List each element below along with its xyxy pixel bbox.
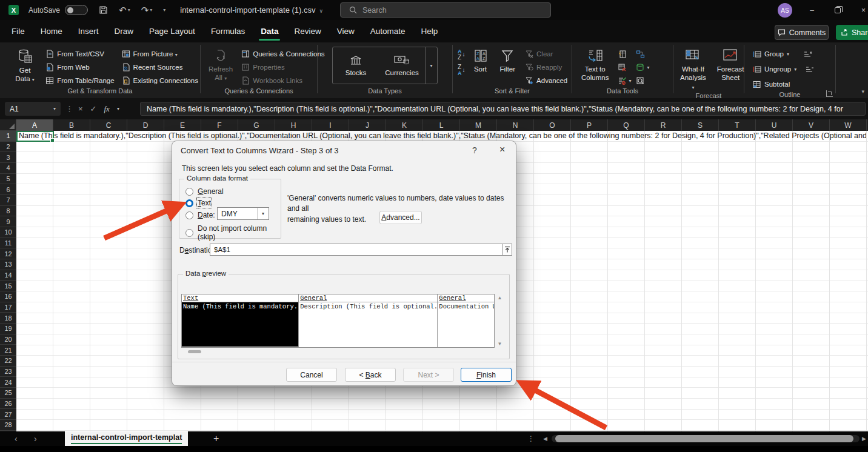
- row-header-26[interactable]: 26: [0, 399, 16, 410]
- row-header-19[interactable]: 19: [0, 324, 16, 334]
- cancel-entry-icon[interactable]: ×: [78, 104, 83, 113]
- clear-filter-button[interactable]: Clear: [523, 47, 569, 61]
- range-select-button[interactable]: [502, 244, 512, 256]
- column-header-V[interactable]: V: [793, 119, 830, 131]
- row-header-21[interactable]: 21: [0, 345, 16, 356]
- column-header-T[interactable]: T: [719, 119, 756, 131]
- row-header-3[interactable]: 3: [0, 152, 16, 163]
- column-header-N[interactable]: N: [497, 119, 534, 131]
- back-button[interactable]: < Back: [345, 368, 396, 382]
- save-icon[interactable]: [99, 5, 108, 15]
- preview-vertical-scrollbar[interactable]: ▲ ▼: [496, 294, 504, 348]
- from-table-range-button[interactable]: From Table/Range: [44, 74, 116, 87]
- row-header-23[interactable]: 23: [0, 367, 16, 377]
- properties-button[interactable]: Properties: [239, 61, 326, 74]
- data-types-more-icon[interactable]: ▾: [425, 47, 437, 84]
- row-header-7[interactable]: 7: [0, 195, 16, 206]
- advanced-button[interactable]: Advanced...: [379, 211, 422, 224]
- column-header-W[interactable]: W: [830, 119, 867, 131]
- row-header-10[interactable]: 10: [0, 227, 16, 238]
- autosave-toggle[interactable]: [65, 5, 88, 15]
- column-header-R[interactable]: R: [645, 119, 682, 131]
- from-text-csv-button[interactable]: From Text/CSV: [44, 47, 116, 61]
- row-header-8[interactable]: 8: [0, 206, 16, 217]
- row-header-13[interactable]: 13: [0, 259, 16, 270]
- data-preview-table[interactable]: Text Name (This field is mandatory.) Gen…: [181, 294, 495, 348]
- subtotal-button[interactable]: Subtotal: [750, 78, 815, 91]
- row-header-14[interactable]: 14: [0, 270, 16, 281]
- search-input[interactable]: Search: [340, 2, 551, 18]
- column-header-Q[interactable]: Q: [608, 119, 645, 131]
- queries-connections-button[interactable]: Queries & Connections: [239, 47, 326, 61]
- excel-logo-icon[interactable]: X: [8, 5, 19, 15]
- cancel-button[interactable]: Cancel: [286, 368, 337, 382]
- sort-za-icon[interactable]: ZA↓: [458, 64, 466, 76]
- finish-button[interactable]: Finish: [461, 368, 512, 382]
- tab-draw[interactable]: Draw: [107, 20, 142, 42]
- dialog-close-icon[interactable]: ×: [499, 144, 505, 155]
- row-header-25[interactable]: 25: [0, 388, 16, 399]
- tab-formulas[interactable]: Formulas: [203, 20, 253, 42]
- tab-insert[interactable]: Insert: [70, 20, 107, 42]
- name-box[interactable]: A1▾: [5, 102, 61, 116]
- document-title[interactable]: internal-control-import-template (1).csv…: [180, 5, 323, 15]
- text-to-columns-button[interactable]: Text toColumns: [577, 47, 613, 84]
- column-header-B[interactable]: B: [53, 119, 90, 131]
- recent-sources-button[interactable]: Recent Sources: [120, 61, 200, 74]
- avatar[interactable]: AS: [778, 3, 792, 18]
- redo-icon[interactable]: ↷▾: [141, 5, 153, 15]
- radio-general[interactable]: General: [185, 187, 224, 196]
- tab-home[interactable]: Home: [33, 20, 70, 42]
- column-header-J[interactable]: J: [349, 119, 386, 131]
- tab-page-layout[interactable]: Page Layout: [141, 20, 203, 42]
- next-sheet-icon[interactable]: ›: [34, 431, 37, 446]
- insert-function-icon[interactable]: fx: [104, 104, 110, 114]
- what-if-analysis-button[interactable]: What-IfAnalysis ▾: [676, 47, 710, 92]
- sheet-tab[interactable]: internal-control-import-templat: [65, 431, 188, 446]
- tab-file[interactable]: File: [4, 20, 33, 42]
- restore-button[interactable]: [835, 7, 841, 13]
- row-header-22[interactable]: 22: [0, 356, 16, 367]
- sort-button[interactable]: ZAAZ Sort: [469, 47, 492, 75]
- row-header-5[interactable]: 5: [0, 174, 16, 185]
- undo-icon[interactable]: ↶▾: [119, 5, 130, 15]
- tab-review[interactable]: Review: [286, 20, 329, 42]
- row-header-20[interactable]: 20: [0, 334, 16, 345]
- get-data-button[interactable]: Get Data ▾: [10, 47, 40, 85]
- preview-horizontal-scroll-thumb[interactable]: [188, 350, 201, 353]
- radio-skip-column[interactable]: Do not import column (skip): [185, 224, 281, 241]
- minimize-button[interactable]: –: [810, 6, 814, 15]
- column-header-D[interactable]: D: [127, 119, 164, 131]
- workbook-links-button[interactable]: Workbook Links: [239, 74, 326, 87]
- tab-help[interactable]: Help: [413, 20, 446, 42]
- radio-date[interactable]: Date:: [185, 211, 215, 219]
- preview-column-1[interactable]: Text Name (This field is mandatory.): [182, 294, 299, 347]
- column-header-I[interactable]: I: [312, 119, 349, 131]
- column-header-F[interactable]: F: [201, 119, 238, 131]
- date-format-select[interactable]: DMY ▾: [217, 207, 269, 220]
- row-header-15[interactable]: 15: [0, 281, 16, 291]
- radio-text[interactable]: Text: [185, 199, 211, 207]
- collapse-ribbon-icon[interactable]: ▾: [861, 88, 864, 95]
- close-button[interactable]: ×: [861, 6, 866, 15]
- column-header-K[interactable]: K: [386, 119, 423, 131]
- tab-data[interactable]: Data: [253, 20, 286, 42]
- quick-access-menu-icon[interactable]: ▾: [163, 8, 165, 13]
- filter-button[interactable]: Filter: [496, 47, 520, 75]
- formula-content[interactable]: Name (This field is mandatory.),"Descrip…: [140, 102, 866, 116]
- outline-dialog-launcher-icon[interactable]: [826, 90, 833, 97]
- row-header-12[interactable]: 12: [0, 248, 16, 259]
- from-picture-button[interactable]: From Picture ▾: [120, 47, 200, 61]
- row-header-6[interactable]: 6: [0, 184, 16, 195]
- next-button[interactable]: Next >: [403, 368, 454, 382]
- row-header-9[interactable]: 9: [0, 216, 16, 227]
- confirm-entry-icon[interactable]: ✓: [90, 104, 97, 113]
- row-header-28[interactable]: 28: [0, 420, 16, 431]
- reapply-filter-button[interactable]: Reapply: [523, 61, 569, 74]
- column-header-P[interactable]: P: [571, 119, 608, 131]
- row-header-17[interactable]: 17: [0, 302, 16, 313]
- tab-automate[interactable]: Automate: [362, 20, 413, 42]
- column-header-A[interactable]: A: [16, 119, 53, 131]
- row-header-24[interactable]: 24: [0, 377, 16, 388]
- column-header-E[interactable]: E: [164, 119, 201, 131]
